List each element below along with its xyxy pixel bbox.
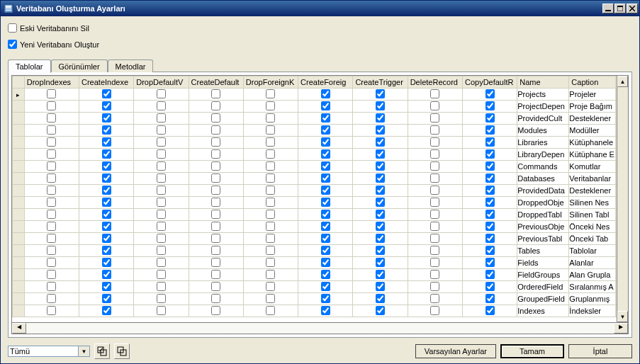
filter-dropdown[interactable]: ▼ (8, 346, 90, 357)
cell-name[interactable]: Indexes (517, 305, 569, 317)
cell-checkbox[interactable] (321, 306, 330, 315)
row-header[interactable] (13, 125, 25, 137)
cell-checkbox[interactable] (266, 258, 275, 267)
scroll-left-button[interactable]: ◀ (12, 323, 26, 334)
cell-checkbox[interactable] (376, 210, 385, 219)
cell-checkbox[interactable] (211, 101, 220, 110)
cell-caption[interactable]: Önceki Tab (569, 233, 616, 245)
cell-checkbox[interactable] (376, 137, 385, 147)
cell-checkbox[interactable] (157, 125, 166, 135)
cell-checkbox[interactable] (266, 161, 275, 171)
cell-checkbox[interactable] (485, 294, 495, 303)
cell-checkbox[interactable] (157, 306, 166, 315)
cell-checkbox[interactable] (430, 89, 439, 98)
tab-görünümler[interactable]: Görünümler (51, 59, 108, 72)
cell-checkbox[interactable] (211, 246, 220, 255)
cell-checkbox[interactable] (102, 149, 111, 159)
column-header-createtrigger[interactable]: CreateTrigger (353, 76, 408, 89)
cell-checkbox[interactable] (485, 306, 495, 315)
cell-checkbox[interactable] (47, 149, 56, 159)
cell-checkbox[interactable] (321, 270, 330, 279)
cell-caption[interactable]: Önceki Nes (569, 221, 616, 233)
cell-checkbox[interactable] (102, 186, 111, 195)
cell-checkbox[interactable] (266, 89, 275, 98)
cell-checkbox[interactable] (485, 101, 495, 110)
tab-tablolar[interactable]: Tablolar (8, 59, 51, 73)
cell-checkbox[interactable] (266, 101, 275, 110)
cell-checkbox[interactable] (102, 270, 111, 279)
column-header-dropindexes[interactable]: DropIndexes (24, 76, 79, 89)
cell-checkbox[interactable] (430, 210, 439, 219)
cell-name[interactable]: PreviousTabl (517, 233, 569, 245)
cell-caption[interactable]: Kütüphanele (569, 137, 616, 149)
cell-checkbox[interactable] (485, 210, 495, 219)
cell-checkbox[interactable] (211, 270, 220, 279)
row-header[interactable] (13, 185, 25, 197)
cell-caption[interactable]: Sıralanmış A (569, 281, 616, 293)
row-header[interactable] (13, 233, 25, 245)
row-header[interactable] (13, 281, 25, 293)
cell-checkbox[interactable] (266, 234, 275, 243)
cell-checkbox[interactable] (485, 149, 495, 159)
cell-checkbox[interactable] (266, 306, 275, 315)
cell-checkbox[interactable] (102, 258, 111, 267)
select-all-button[interactable] (94, 343, 110, 359)
table-row[interactable]: OrderedFieldSıralanmış A (13, 281, 628, 293)
cell-checkbox[interactable] (47, 222, 56, 231)
cell-checkbox[interactable] (376, 306, 385, 315)
cell-checkbox[interactable] (211, 258, 220, 267)
cell-checkbox[interactable] (485, 113, 495, 123)
cell-checkbox[interactable] (157, 137, 166, 147)
cell-caption[interactable]: Proje Bağım (569, 101, 616, 113)
cell-checkbox[interactable] (321, 282, 330, 291)
cell-checkbox[interactable] (157, 186, 166, 195)
cell-checkbox[interactable] (47, 282, 56, 291)
deselect-all-button[interactable] (114, 343, 130, 359)
table-row[interactable]: FieldsAlanlar (13, 257, 628, 269)
cell-caption[interactable]: Gruplanmış (569, 293, 616, 305)
cell-checkbox[interactable] (266, 174, 275, 183)
table-row[interactable]: ProjectDepenProje Bağım (13, 101, 628, 113)
cell-checkbox[interactable] (321, 125, 330, 135)
table-row[interactable]: DatabasesVeritabanlar (13, 173, 628, 185)
cell-caption[interactable]: Silinen Nes (569, 197, 616, 209)
cell-checkbox[interactable] (211, 294, 220, 303)
table-row[interactable]: ProjectsProjeler (13, 89, 628, 101)
row-header[interactable] (13, 257, 25, 269)
cell-checkbox[interactable] (102, 101, 111, 110)
cell-checkbox[interactable] (321, 246, 330, 255)
cell-checkbox[interactable] (157, 161, 166, 171)
cell-checkbox[interactable] (266, 186, 275, 195)
cell-checkbox[interactable] (376, 125, 385, 135)
cell-checkbox[interactable] (376, 198, 385, 207)
cell-checkbox[interactable] (376, 89, 385, 98)
cell-caption[interactable]: Kütüphane E (569, 149, 616, 161)
column-header-createdefault[interactable]: CreateDefault (189, 76, 243, 89)
cell-checkbox[interactable] (157, 210, 166, 219)
cell-checkbox[interactable] (485, 234, 495, 243)
table-row[interactable]: PreviousObjeÖnceki Nes (13, 221, 628, 233)
cell-checkbox[interactable] (485, 137, 495, 147)
column-header-copydefaultr[interactable]: CopyDefaultR (462, 76, 517, 89)
cell-name[interactable]: PreviousObje (517, 221, 569, 233)
cell-checkbox[interactable] (430, 222, 439, 231)
cell-caption[interactable]: Projeler (569, 89, 616, 101)
cell-caption[interactable]: Desteklener (569, 113, 616, 125)
cell-checkbox[interactable] (157, 294, 166, 303)
cell-checkbox[interactable] (211, 125, 220, 135)
cell-checkbox[interactable] (211, 89, 220, 98)
cell-checkbox[interactable] (321, 161, 330, 171)
cell-checkbox[interactable] (376, 294, 385, 303)
filter-value[interactable] (8, 346, 79, 357)
column-header-createindexe[interactable]: CreateIndexe (79, 76, 133, 89)
cell-checkbox[interactable] (102, 89, 111, 98)
cell-checkbox[interactable] (485, 186, 495, 195)
cell-checkbox[interactable] (211, 113, 220, 123)
horizontal-scrollbar[interactable]: ◀ ▶ (12, 322, 628, 334)
cell-caption[interactable]: Veritabanlar (569, 173, 616, 185)
cell-checkbox[interactable] (266, 282, 275, 291)
cell-checkbox[interactable] (157, 174, 166, 183)
cell-checkbox[interactable] (211, 210, 220, 219)
row-header[interactable] (13, 197, 25, 209)
cell-checkbox[interactable] (157, 258, 166, 267)
